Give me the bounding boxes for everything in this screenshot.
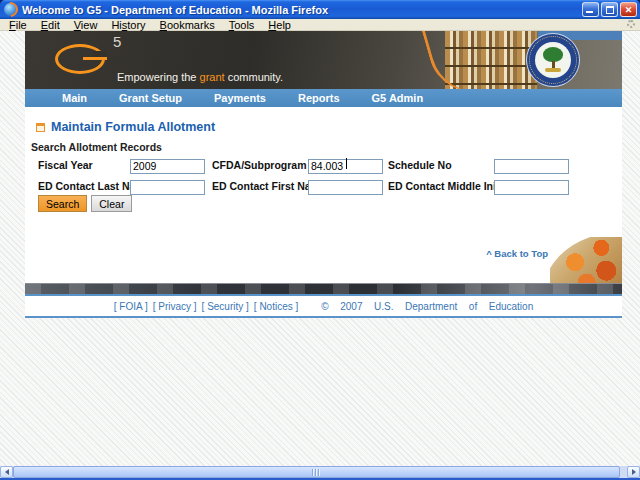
g5-logo-five: 5 xyxy=(113,33,121,50)
footer-link-foia[interactable]: [ FOIA ] xyxy=(114,301,148,312)
copyright-text: © 2007 U.S. Department of Education xyxy=(321,301,533,312)
minimize-icon xyxy=(586,11,593,13)
scrollbar-grip-icon xyxy=(312,469,321,476)
search-form-row-1: Fiscal Year CFDA/Subprogram Schedule No xyxy=(25,156,622,173)
minimize-button[interactable] xyxy=(582,2,599,17)
search-button[interactable]: Search xyxy=(38,195,87,212)
cfda-subprogram-label: CFDA/Subprogram xyxy=(212,159,308,171)
firefox-icon xyxy=(4,3,17,16)
scroll-left-button[interactable] xyxy=(0,466,13,478)
page-viewport: 5 Empowering the grant community. Main G… xyxy=(0,31,640,466)
page-title: Maintain Formula Allotment xyxy=(51,120,215,134)
nav-reports[interactable]: Reports xyxy=(298,92,340,104)
menu-file[interactable]: File xyxy=(2,19,34,31)
footer-link-notices[interactable]: [ Notices ] xyxy=(254,301,298,312)
scroll-left-icon xyxy=(5,469,9,475)
back-to-top-link[interactable]: ^ Back to Top xyxy=(486,248,548,259)
menu-history[interactable]: History xyxy=(104,19,152,31)
main-content: Maintain Formula Allotment Search Allotm… xyxy=(25,107,622,283)
section-bullet-icon xyxy=(36,123,45,132)
dept-of-education-seal xyxy=(527,34,579,86)
ed-contact-last-name-label: ED Contact Last Name xyxy=(38,180,130,192)
header-tagline: Empowering the grant community. xyxy=(117,71,283,83)
throbber-icon xyxy=(627,20,635,28)
text-cursor xyxy=(346,158,347,169)
horizontal-scrollbar[interactable] xyxy=(0,466,640,478)
fiscal-year-input[interactable] xyxy=(130,159,205,174)
close-icon: ✕ xyxy=(621,3,636,16)
nav-g5-admin[interactable]: G5 Admin xyxy=(372,92,424,104)
footer-link-security[interactable]: [ Security ] xyxy=(202,301,249,312)
ed-contact-first-name-input[interactable] xyxy=(308,180,383,195)
footer-photo-band xyxy=(25,283,622,294)
maximize-button[interactable] xyxy=(601,2,618,17)
seal-tree-icon xyxy=(543,47,563,62)
schedule-no-label: Schedule No xyxy=(388,159,494,171)
section-subtitle: Search Allotment Records xyxy=(31,141,162,153)
menu-help[interactable]: Help xyxy=(261,19,298,31)
nav-main[interactable]: Main xyxy=(62,92,87,104)
nav-grant-setup[interactable]: Grant Setup xyxy=(119,92,182,104)
scroll-right-button[interactable] xyxy=(627,466,640,478)
content-column: 5 Empowering the grant community. Main G… xyxy=(25,31,622,318)
menu-bar: File Edit View History Bookmarks Tools H… xyxy=(0,19,640,31)
menu-tools[interactable]: Tools xyxy=(222,19,262,31)
scroll-right-icon xyxy=(632,469,636,475)
menu-view[interactable]: View xyxy=(67,19,105,31)
window-titlebar[interactable]: Welcome to G5 - Department of Education … xyxy=(0,0,640,19)
schedule-no-input[interactable] xyxy=(494,159,569,174)
nav-payments[interactable]: Payments xyxy=(214,92,266,104)
classroom-chairs-image xyxy=(550,237,622,283)
clear-button[interactable]: Clear xyxy=(91,195,132,212)
site-header-banner: 5 Empowering the grant community. xyxy=(25,31,622,89)
ed-contact-last-name-input[interactable] xyxy=(130,180,205,195)
maximize-icon xyxy=(606,6,614,14)
fiscal-year-label: Fiscal Year xyxy=(38,159,130,171)
footer-link-privacy[interactable]: [ Privacy ] xyxy=(153,301,197,312)
window-title: Welcome to G5 - Department of Education … xyxy=(22,4,582,16)
main-nav-bar: Main Grant Setup Payments Reports G5 Adm… xyxy=(25,89,622,107)
close-button[interactable]: ✕ xyxy=(620,2,637,17)
site-footer: [ FOIA ] [ Privacy ] [ Security ] [ Noti… xyxy=(25,294,622,318)
menu-edit[interactable]: Edit xyxy=(34,19,67,31)
ed-contact-middle-initial-input[interactable] xyxy=(494,180,569,195)
ed-contact-middle-initial-label: ED Contact Middle Initial xyxy=(388,180,494,192)
search-form-row-2: ED Contact Last Name ED Contact First Na… xyxy=(25,177,622,194)
menu-bookmarks[interactable]: Bookmarks xyxy=(153,19,222,31)
scrollbar-thumb[interactable] xyxy=(13,466,620,478)
ed-contact-first-name-label: ED Contact First Name xyxy=(212,180,308,192)
